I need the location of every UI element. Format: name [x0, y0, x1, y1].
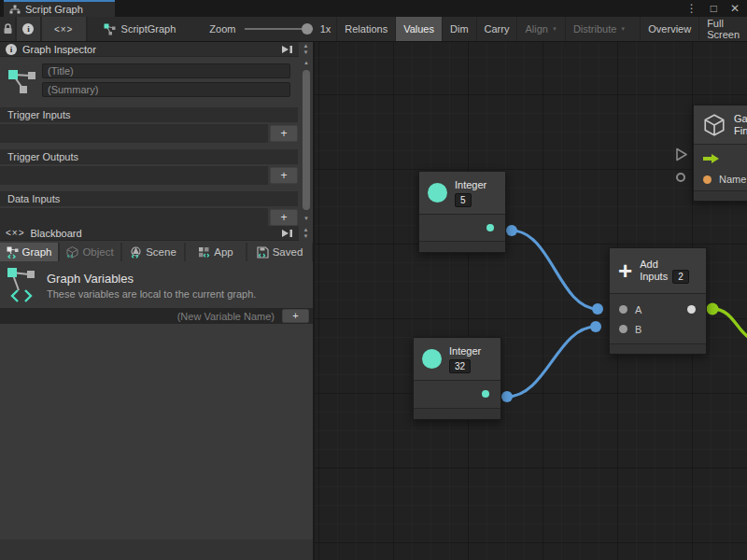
chevron-down-icon: ▼ — [552, 26, 557, 32]
app-tab-icon — [198, 246, 210, 259]
tab-object[interactable]: Object — [60, 243, 120, 261]
kebab-menu-icon[interactable]: ⋮ — [686, 2, 698, 15]
dock-icon[interactable] — [280, 45, 293, 54]
node-integer-32[interactable]: Integer 32 — [413, 337, 501, 420]
header-scroll-arrows[interactable]: ▲ ▼ — [300, 43, 312, 56]
tab-saved[interactable]: Saved — [247, 243, 312, 261]
sidebar: i Graph Inspector ▲ ▼ Trigger Inputs + T… — [0, 42, 314, 560]
tab-graph[interactable]: Graph — [0, 243, 58, 261]
input-port-a[interactable] — [619, 305, 627, 314]
node-subtitle: Find — [734, 125, 747, 137]
node-footer — [419, 241, 505, 252]
graph-inspector-icon — [7, 63, 39, 96]
cube-icon — [702, 113, 726, 137]
graph-variables-block: Graph Variables These variables are loca… — [6, 266, 303, 305]
zoom-slider[interactable] — [245, 28, 312, 30]
section-data-inputs: Data Inputs — [0, 191, 298, 206]
add-variable-button[interactable]: + — [282, 309, 309, 323]
section-trigger-outputs: Trigger Outputs — [0, 149, 298, 164]
wire-add-out — [712, 309, 747, 338]
graph-tab-icon — [7, 246, 19, 259]
node-body: Name — [694, 145, 747, 190]
code-view-button[interactable]: <×> — [42, 17, 88, 41]
wire-endpoint[interactable] — [707, 303, 719, 315]
trigger-inputs-list — [0, 124, 268, 143]
zoom-label: Zoom — [209, 23, 235, 35]
free-value-port-icon[interactable] — [676, 173, 685, 182]
graph-summary-input[interactable] — [42, 82, 290, 97]
flow-arrow-icon[interactable] — [703, 153, 720, 164]
window-controls: ⋮ □ ✕ — [686, 0, 740, 17]
align-dropdown[interactable]: Align ▼ — [516, 17, 564, 41]
input-port-name[interactable] — [703, 175, 712, 184]
output-port[interactable] — [482, 390, 489, 398]
graph-toolbar: i <×> ScriptGraph Zoom 1x Relations Valu… — [0, 17, 747, 42]
integer-value-field[interactable]: 32 — [449, 359, 471, 373]
inspect-button[interactable]: i — [17, 17, 42, 41]
values-button[interactable]: Values — [395, 17, 442, 41]
chevron-down-icon: ▼ — [620, 26, 626, 32]
carry-button[interactable]: Carry — [476, 17, 517, 41]
data-inputs-list — [0, 208, 268, 227]
tab-app[interactable]: App — [186, 243, 246, 261]
info-icon: i — [22, 23, 34, 35]
free-flow-port-icon[interactable] — [675, 147, 688, 161]
node-footer — [610, 343, 706, 354]
tab-scene[interactable]: Scene — [122, 243, 184, 261]
relations-button[interactable]: Relations — [336, 17, 395, 41]
node-footer — [414, 408, 500, 419]
node-header[interactable]: Integer 5 — [419, 172, 505, 215]
object-tab-icon — [66, 246, 78, 259]
node-integer-5[interactable]: Integer 5 — [418, 171, 506, 253]
dim-button[interactable]: Dim — [442, 17, 476, 41]
full-screen-button[interactable]: Full Screen — [698, 17, 747, 41]
distribute-dropdown[interactable]: Distribute ▼ — [565, 17, 633, 41]
output-port[interactable] — [687, 305, 696, 314]
zoom-slider-handle[interactable] — [302, 23, 313, 35]
integer-value-field[interactable]: 5 — [455, 193, 472, 207]
add-icon: + — [618, 260, 632, 281]
add-data-input-button[interactable]: + — [270, 209, 298, 226]
tab-script-graph[interactable]: Script Graph — [4, 0, 115, 17]
node-body: A B — [610, 294, 706, 343]
new-variable-input[interactable] — [0, 308, 278, 324]
graph-canvas[interactable]: Integer 5 Integer 32 — [315, 42, 747, 560]
close-icon[interactable]: ✕ — [730, 2, 740, 15]
new-variable-row: + — [0, 308, 314, 324]
maximize-icon[interactable]: □ — [711, 2, 717, 15]
overview-button[interactable]: Overview — [640, 17, 698, 41]
scroll-up-icon[interactable]: ▲ — [303, 60, 309, 65]
scroll-down-icon[interactable]: ▼ — [303, 216, 309, 221]
add-trigger-input-button[interactable]: + — [270, 125, 298, 142]
output-port[interactable] — [486, 224, 494, 231]
saved-tab-icon — [257, 246, 269, 259]
sitemap-icon — [9, 5, 21, 15]
node-header[interactable]: + Add Inputs 2 — [610, 248, 706, 294]
inspector-scrollbar-thumb[interactable] — [303, 70, 310, 210]
wire-endpoint[interactable] — [592, 303, 603, 315]
graph-title-input[interactable] — [42, 63, 290, 78]
blackboard-header: <×> Blackboard — [0, 226, 299, 241]
node-gameobject-find[interactable]: GameObject Find Name — [693, 105, 747, 202]
wire-endpoint[interactable] — [506, 225, 517, 236]
dock-icon[interactable] — [280, 229, 293, 238]
breadcrumb[interactable]: ScriptGraph — [104, 17, 176, 41]
header-scroll-arrows[interactable]: ▲ ▼ — [300, 227, 312, 240]
node-add[interactable]: + Add Inputs 2 A B — [609, 247, 707, 355]
node-title: GameObject — [734, 113, 747, 125]
graph-variables-description: These variables are local to the current… — [47, 288, 256, 300]
node-header[interactable]: GameObject Find — [694, 105, 747, 145]
wire-endpoint[interactable] — [501, 391, 513, 402]
info-icon: i — [6, 44, 17, 55]
scene-tab-icon — [130, 246, 142, 259]
graph-variables-title: Graph Variables — [47, 272, 256, 286]
inputs-count-field[interactable]: 2 — [672, 270, 689, 284]
node-header[interactable]: Integer 32 — [414, 338, 500, 381]
window-tab-bar: Script Graph ⋮ □ ✕ — [0, 0, 747, 17]
node-body — [419, 215, 505, 241]
input-port-b[interactable] — [619, 325, 627, 333]
lock-button[interactable] — [0, 17, 17, 41]
wire-endpoint[interactable] — [590, 321, 601, 332]
node-title: Integer — [449, 345, 481, 357]
add-trigger-output-button[interactable]: + — [270, 167, 298, 184]
